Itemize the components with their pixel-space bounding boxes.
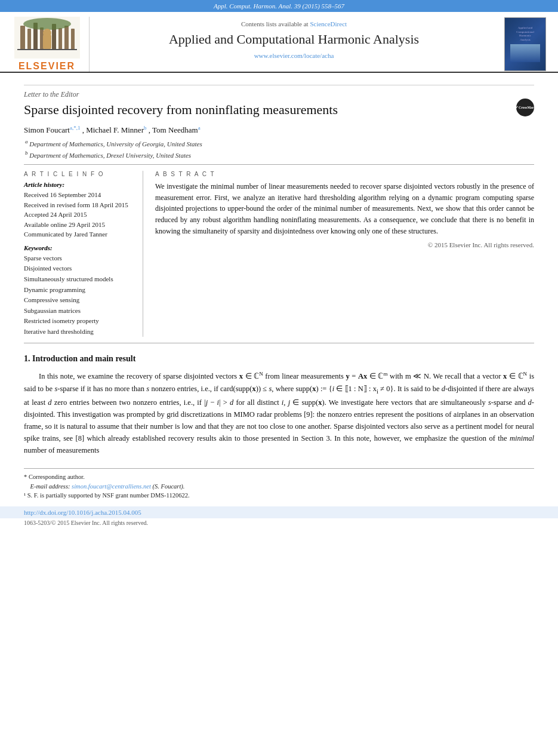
svg-rect-9: [71, 29, 75, 50]
svg-rect-2: [27, 29, 31, 50]
keyword-1: Sparse vectors: [24, 253, 133, 264]
authors-line: Simon Foucarta,*,1 , Michael F. Minnerb …: [24, 125, 534, 135]
intro-paragraph-1: In this note, we examine the recovery of…: [24, 370, 534, 456]
journal-url: www.elsevier.com/locate/acha: [101, 52, 486, 59]
available-date: Available online 29 April 2015: [24, 220, 133, 230]
author1-name: Simon Foucart: [24, 125, 70, 134]
author3-sup: a: [198, 125, 201, 131]
affiliation-a: a Department of Mathematics, University …: [24, 139, 534, 147]
keyword-4: Dynamic programming: [24, 285, 133, 296]
elsevier-brand-text: ELSEVIER: [19, 61, 75, 72]
doi-link[interactable]: http://dx.doi.org/10.1016/j.acha.2015.04…: [24, 509, 141, 516]
author3-name: , Tom Needham: [149, 125, 198, 134]
article-history-label: Article history:: [24, 181, 133, 188]
affiliation-b: b Department of Mathematics, Drexel Univ…: [24, 150, 534, 159]
abstract-text: We investigate the minimal number of lin…: [155, 181, 534, 236]
footnote-section: * Corresponding author. E-mail address: …: [24, 468, 534, 500]
introduction-body: In this note, we examine the recovery of…: [24, 370, 534, 456]
journal-title: Applied and Computational Harmonic Analy…: [101, 31, 486, 48]
keywords-label: Keywords:: [24, 244, 133, 251]
copyright-notice: © 2015 Elsevier Inc. All rights reserved…: [155, 241, 534, 248]
keyword-5: Compressive sensing: [24, 295, 133, 306]
sciencedirect-link[interactable]: ScienceDirect: [310, 20, 347, 27]
keyword-2: Disjointed vectors: [24, 263, 133, 274]
divider-1: [24, 164, 534, 165]
footnote-1: ¹ S. F. is partially supported by NSF gr…: [24, 491, 534, 500]
journal-cover-image: Applied andComputationalHarmonicAnalysis: [504, 17, 546, 71]
info-abstract-columns: A R T I C L E I N F O Article history: R…: [24, 171, 534, 337]
journal-cover-block: Applied andComputationalHarmonicAnalysis: [498, 17, 546, 72]
keywords-list: Sparse vectors Disjointed vectors Simult…: [24, 253, 133, 337]
svg-rect-8: [64, 26, 69, 50]
doi-bar: http://dx.doi.org/10.1016/j.acha.2015.04…: [0, 506, 558, 518]
letter-label: Letter to the Editor: [24, 85, 534, 99]
article-info-heading: A R T I C L E I N F O: [24, 171, 133, 177]
journal-title-block: Contents lists available at ScienceDirec…: [90, 17, 498, 72]
svg-rect-7: [58, 28, 62, 50]
accepted-date: Accepted 24 April 2015: [24, 210, 133, 220]
introduction-section-title: 1. Introduction and main result: [24, 354, 534, 364]
elsevier-logo-block: ELSEVIER: [12, 17, 90, 72]
author2-sup: b: [144, 125, 147, 131]
svg-rect-11: [17, 49, 77, 50]
keyword-7: Restricted isometry property: [24, 316, 133, 327]
article-info-column: A R T I C L E I N F O Article history: R…: [24, 171, 143, 337]
keyword-3: Simultaneously structured models: [24, 274, 133, 285]
issn-bar: 1063-5203/© 2015 Elsevier Inc. All right…: [0, 518, 558, 527]
author1-sup: a,*,1: [70, 125, 81, 131]
communicated-by: Communicated by Jared Tanner: [24, 229, 133, 239]
svg-point-13: [43, 29, 51, 37]
journal-header: ELSEVIER Contents lists available at Sci…: [0, 12, 558, 73]
paper-title: Sparse disjointed recovery from noninfla…: [24, 102, 338, 119]
author2-name: , Michael F. Minner: [82, 125, 144, 134]
keyword-6: Subgaussian matrices: [24, 306, 133, 316]
keyword-8: Iterative hard thresholding: [24, 327, 133, 337]
crossmark-badge: ✓CrossMark: [516, 99, 534, 116]
svg-point-10: [23, 18, 71, 30]
contents-link: Contents lists available at ScienceDirec…: [101, 20, 486, 27]
footnote-star: * Corresponding author. E-mail address: …: [24, 472, 534, 491]
elsevier-tree-logo: [14, 17, 80, 59]
journal-reference-bar: Appl. Comput. Harmon. Anal. 39 (2015) 55…: [0, 0, 558, 12]
main-content: Letter to the Editor Sparse disjointed r…: [0, 73, 558, 506]
svg-rect-1: [20, 26, 25, 50]
abstract-column: A B S T R A C T We investigate the minim…: [155, 171, 534, 337]
abstract-heading: A B S T R A C T: [155, 171, 534, 177]
email-link[interactable]: simon.foucart@centralliens.net: [72, 483, 151, 490]
title-row: Sparse disjointed recovery from noninfla…: [24, 102, 534, 125]
divider-2: [24, 343, 534, 343]
received-revised-date: Received in revised form 18 April 2015: [24, 200, 133, 210]
journal-reference: Appl. Comput. Harmon. Anal. 39 (2015) 55…: [214, 2, 344, 10]
received-date: Received 16 September 2014: [24, 190, 133, 200]
